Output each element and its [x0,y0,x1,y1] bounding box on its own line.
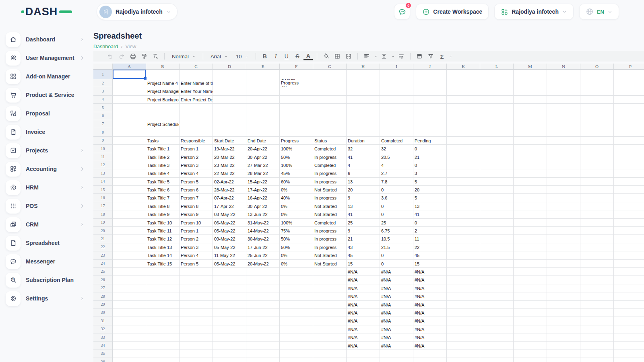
cell-J5[interactable] [413,104,447,112]
cell-F3[interactable] [280,87,313,95]
cell-I11[interactable]: 20.5 [380,153,413,161]
italic-button[interactable]: I [271,52,280,61]
cell-F25[interactable] [280,268,313,276]
cell-D35[interactable] [213,350,246,358]
cell-F5[interactable] [280,104,313,112]
cell-C33[interactable] [180,333,213,341]
cell-I9[interactable]: Completed [380,137,413,145]
row-header-32[interactable]: 32 [93,325,113,333]
cell-H20[interactable]: 9 [347,227,380,235]
cell-J34[interactable]: #N/A [413,342,447,350]
cell-I3[interactable] [380,87,413,95]
cell-format-dropdown[interactable]: Normal [169,52,199,61]
cell-G15[interactable]: Not Started [313,186,347,194]
cell-B1[interactable] [146,70,180,79]
sidebar-item-hrm[interactable]: HRM [6,179,88,196]
cell-E31[interactable] [246,317,280,325]
cell-N32[interactable] [547,325,580,333]
paint-format-icon[interactable] [139,52,149,61]
cell-P16[interactable] [614,194,644,202]
cell-D21[interactable]: 09-May-22 [213,235,246,243]
cell-D11[interactable]: 20-Mar-22 [213,153,246,161]
row-header-33[interactable]: 33 [93,333,113,341]
cell-B32[interactable] [146,325,180,333]
cell-P12[interactable] [614,161,644,169]
cell-B21[interactable]: Task Title 12 [146,235,180,243]
cell-H26[interactable]: #N/A [347,276,380,284]
cell-A6[interactable] [113,112,146,120]
cell-D3[interactable] [213,87,246,95]
cell-J19[interactable]: 0 [413,219,447,227]
cell-G27[interactable] [313,284,347,292]
sidebar-item-accounting[interactable]: Accounting [6,160,88,178]
sidebar-item-spreadsheet[interactable]: Spreadsheet [6,234,88,252]
cell-K36[interactable] [447,358,480,362]
cell-O36[interactable] [580,358,614,362]
column-header-P[interactable]: P [614,64,644,70]
cell-O26[interactable] [580,276,614,284]
cell-A28[interactable] [113,292,146,300]
cell-G10[interactable]: Completed [313,145,347,153]
cell-M8[interactable] [514,128,547,136]
cell-K27[interactable] [447,284,480,292]
cell-C6[interactable] [180,112,213,120]
cell-G20[interactable]: In progress [313,227,347,235]
cell-I17[interactable]: 0 [380,202,413,210]
cell-J29[interactable]: #N/A [413,301,447,309]
cell-I32[interactable]: #N/A [380,325,413,333]
cell-H24[interactable]: 15 [347,260,380,268]
row-header-8[interactable]: 8 [93,128,113,136]
cell-A10[interactable] [113,145,146,153]
row-header-29[interactable]: 29 [93,301,113,309]
cell-L28[interactable] [480,292,514,300]
cell-K21[interactable] [447,235,480,243]
sidebar-item-product-service[interactable]: Product & Service [6,86,88,104]
row-header-13[interactable]: 13 [93,169,113,177]
cell-P18[interactable] [614,210,644,218]
cell-F33[interactable] [280,333,313,341]
cell-J26[interactable]: #N/A [413,276,447,284]
cell-D24[interactable]: 05-May-22 [213,260,246,268]
cell-K10[interactable] [447,145,480,153]
cell-J28[interactable]: #N/A [413,292,447,300]
cell-P24[interactable] [614,260,644,268]
cell-B23[interactable]: Task Title 14 [146,251,180,259]
cell-L16[interactable] [480,194,514,202]
cell-I30[interactable]: #N/A [380,309,413,317]
cell-M33[interactable] [514,333,547,341]
cell-O6[interactable] [580,112,614,120]
cell-C21[interactable]: Person 2 [180,235,213,243]
cell-D12[interactable]: 23-Mar-22 [213,161,246,169]
cell-G2[interactable] [313,79,347,87]
cell-F16[interactable]: 40% [280,194,313,202]
cell-H14[interactable]: 13 [347,178,380,186]
cell-M35[interactable] [514,350,547,358]
cell-B7[interactable]: Project Schedule [146,120,180,128]
cell-E13[interactable]: 28-Mar-22 [246,169,280,177]
cell-O33[interactable] [580,333,614,341]
cell-N16[interactable] [547,194,580,202]
row-header-27[interactable]: 27 [93,284,113,292]
cell-H34[interactable]: #N/A [347,342,380,350]
cell-F15[interactable]: 0% [280,186,313,194]
cell-K15[interactable] [447,186,480,194]
cell-G25[interactable] [313,268,347,276]
cell-K26[interactable] [447,276,480,284]
cell-G22[interactable]: In progress [313,243,347,251]
cell-P4[interactable] [614,96,644,104]
row-header-17[interactable]: 17 [93,202,113,210]
cell-P26[interactable] [614,276,644,284]
align-horizontal-icon[interactable] [362,52,372,61]
row-header-23[interactable]: 23 [93,251,113,259]
cell-C16[interactable]: Person 7 [180,194,213,202]
cell-P5[interactable] [614,104,644,112]
merge-cells-icon[interactable] [344,52,353,61]
cell-E2[interactable] [246,79,280,87]
cell-L24[interactable] [480,260,514,268]
cell-G18[interactable]: Not Started [313,210,347,218]
cell-N18[interactable] [547,210,580,218]
cell-O30[interactable] [580,309,614,317]
cell-A30[interactable] [113,309,146,317]
cell-O22[interactable] [580,243,614,251]
row-header-36[interactable]: 36 [93,358,113,362]
